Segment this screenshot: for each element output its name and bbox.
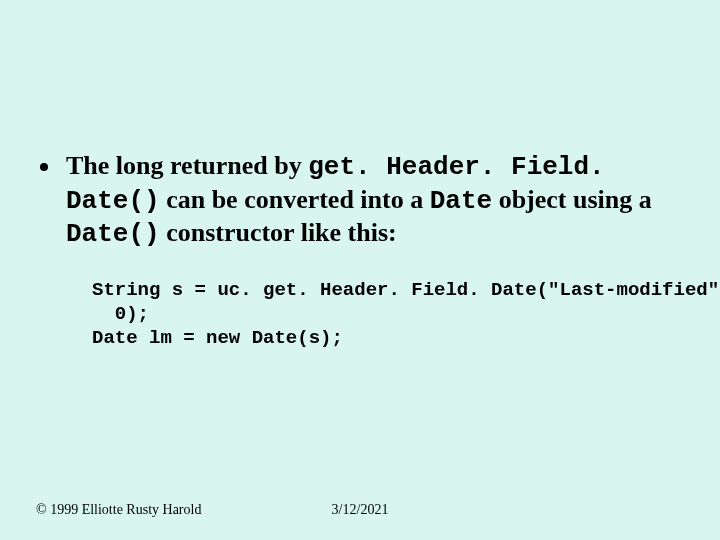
bullet-item: The long returned by get. Header. Field.…: [62, 150, 684, 251]
bullet-text-1: The long returned by: [66, 151, 308, 180]
bullet-code-2: Date: [430, 186, 492, 216]
bullet-text-2: can be converted into a: [160, 185, 430, 214]
bullet-list: The long returned by get. Header. Field.…: [36, 150, 684, 251]
slide: The long returned by get. Header. Field.…: [0, 0, 720, 540]
footer-date: 3/12/2021: [36, 502, 684, 518]
bullet-code-3: Date(): [66, 219, 160, 249]
code-block: String s = uc. get. Header. Field. Date(…: [92, 279, 684, 350]
bullet-text-3: object using a: [492, 185, 652, 214]
bullet-text-4: constructor like this:: [160, 218, 397, 247]
